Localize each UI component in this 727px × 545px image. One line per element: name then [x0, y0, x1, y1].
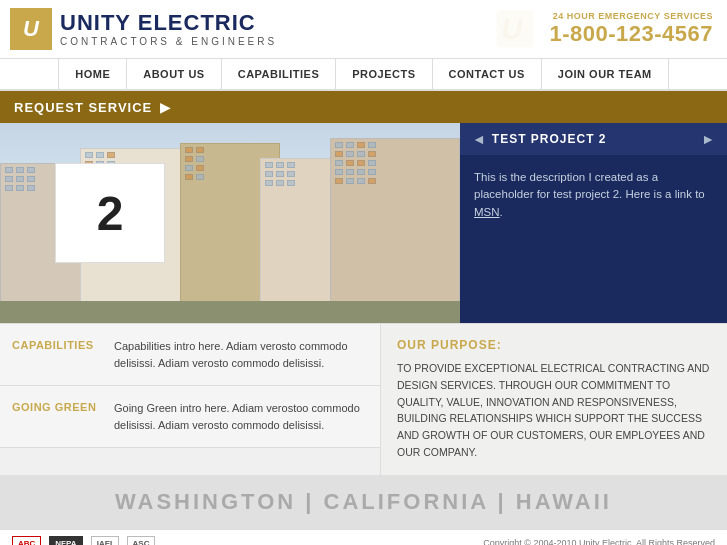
purpose-title: OUR PURPOSE: — [397, 338, 711, 352]
page-header: U UNITY ELECTRIC CONTRACTORS & ENGINEERS… — [0, 0, 727, 59]
content-area: CAPABILITIES Capabilities intro here. Ad… — [0, 323, 727, 475]
emergency-label: 24 HOUR EMERGENCY SERVICES — [549, 11, 713, 21]
hero-desc-text: This is the description I created as a p… — [474, 171, 705, 200]
nav-projects[interactable]: PROJECTS — [336, 59, 432, 89]
hero-project-title: TEST PROJECT 2 — [492, 132, 701, 146]
hero-section: 2 ◄ TEST PROJECT 2 ► This is the descrip… — [0, 123, 727, 323]
iaei-badge: IAEI — [91, 536, 119, 545]
emergency-logo-icon: U — [491, 8, 539, 50]
nav-about[interactable]: ABOUT US — [127, 59, 221, 89]
nav-capabilities[interactable]: CAPABILITIES — [222, 59, 337, 89]
going-green-label: GOING GREEN — [12, 400, 102, 413]
building-5 — [330, 138, 460, 318]
hero-placeholder-number: 2 — [97, 186, 124, 241]
going-green-text: Going Green intro here. Adiam verostoo c… — [114, 400, 368, 433]
request-service-label: REQUEST SERVICE — [14, 100, 152, 115]
logo-subtitle: CONTRACTORS & ENGINEERS — [60, 36, 277, 47]
logo-text-block: UNITY ELECTRIC CONTRACTORS & ENGINEERS — [60, 12, 277, 47]
hero-title-bar: ◄ TEST PROJECT 2 ► — [460, 123, 727, 155]
hero-desc-suffix: . — [500, 206, 503, 218]
nfpa-badge: NFPA — [49, 536, 82, 545]
capabilities-label: CAPABILITIES — [12, 338, 102, 351]
emergency-phone: 1-800-123-4567 — [549, 21, 713, 47]
purpose-panel: OUR PURPOSE: TO PROVIDE EXCEPTIONAL ELEC… — [380, 323, 727, 475]
emergency-block: U 24 HOUR EMERGENCY SERVICES 1-800-123-4… — [491, 8, 713, 50]
request-arrow-icon: ▶ — [160, 99, 171, 115]
hero-next-button[interactable]: ► — [701, 131, 715, 147]
svg-text:U: U — [502, 13, 524, 45]
abc-badge: ABC — [12, 536, 41, 545]
logo-area: U UNITY ELECTRIC CONTRACTORS & ENGINEERS — [10, 8, 277, 50]
copyright-text: Copyright © 2004-2010 Unity Electric. Al… — [483, 538, 715, 545]
asc-badge: ASC — [127, 536, 156, 545]
footer-logos: ABC NFPA IAEI ASC — [12, 536, 155, 545]
emergency-text-block: 24 HOUR EMERGENCY SERVICES 1-800-123-456… — [549, 11, 713, 47]
going-green-panel: GOING GREEN Going Green intro here. Adia… — [0, 386, 380, 448]
capabilities-panel: CAPABILITIES Capabilities intro here. Ad… — [0, 323, 380, 386]
ground — [0, 301, 460, 323]
purpose-text: TO PROVIDE EXCEPTIONAL ELECTRICAL CONTRA… — [397, 360, 711, 461]
state-text: WASHINGTON | CALIFORNIA | HAWAII — [14, 489, 713, 515]
navbar: HOME ABOUT US CAPABILITIES PROJECTS CONT… — [0, 59, 727, 91]
logo-icon: U — [10, 8, 52, 50]
nav-contact[interactable]: CONTACT US — [433, 59, 542, 89]
nav-join[interactable]: JOIN OUR TEAM — [542, 59, 669, 89]
hero-description: This is the description I created as a p… — [460, 155, 727, 323]
logo-title: UNITY ELECTRIC — [60, 12, 277, 34]
page-footer: ABC NFPA IAEI ASC Copyright © 2004-2010 … — [0, 529, 727, 545]
hero-desc-link[interactable]: MSN — [474, 206, 500, 218]
left-panels: CAPABILITIES Capabilities intro here. Ad… — [0, 323, 380, 475]
hero-right-panel: ◄ TEST PROJECT 2 ► This is the descripti… — [460, 123, 727, 323]
hero-placeholder-box: 2 — [55, 163, 165, 263]
capabilities-text: Capabilities intro here. Adiam verosto c… — [114, 338, 368, 371]
nav-home[interactable]: HOME — [58, 59, 127, 89]
hero-image: 2 — [0, 123, 460, 323]
state-banner: WASHINGTON | CALIFORNIA | HAWAII — [0, 475, 727, 529]
request-service-banner[interactable]: REQUEST SERVICE ▶ — [0, 91, 727, 123]
hero-prev-button[interactable]: ◄ — [472, 131, 486, 147]
